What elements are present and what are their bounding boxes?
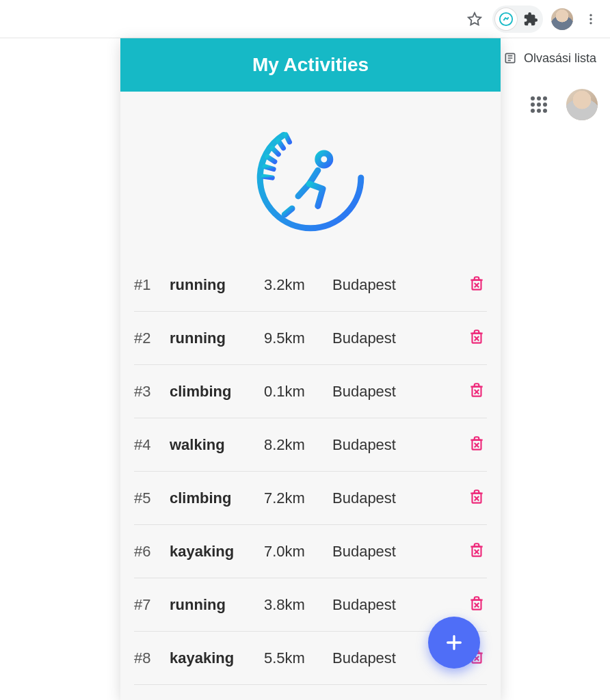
activity-location: Budapest	[332, 276, 460, 294]
activity-index: #5	[134, 489, 170, 507]
svg-line-9	[267, 157, 275, 161]
delete-activity-button[interactable]	[466, 381, 487, 402]
activity-row: #2 running 9.5km Budapest	[134, 312, 487, 365]
kebab-menu-icon[interactable]	[581, 10, 600, 29]
activity-location: Budapest	[332, 436, 460, 454]
activity-index: #3	[134, 383, 170, 401]
activity-name: running	[170, 329, 264, 347]
extension-pill	[492, 5, 543, 33]
profile-avatar-large[interactable]	[566, 89, 598, 120]
activity-name: kayaking	[170, 649, 264, 667]
activity-distance: 0.1km	[264, 383, 332, 401]
trash-icon	[468, 595, 486, 612]
activity-index: #1	[134, 276, 170, 294]
reading-list-button[interactable]: Olvasási lista	[490, 38, 610, 78]
activity-name: walking	[170, 436, 264, 454]
delete-activity-button[interactable]	[466, 541, 487, 562]
activity-distance: 9.5km	[264, 329, 332, 347]
activity-distance: 3.8km	[264, 596, 332, 614]
reading-list-icon	[503, 51, 517, 65]
bookmark-star-icon[interactable]	[465, 10, 484, 29]
active-extension-icon[interactable]	[495, 8, 517, 30]
activity-name: running	[170, 276, 264, 294]
extension-popup: My Activities	[120, 38, 501, 700]
activity-row: #6 kayaking 7.0km Budapest	[134, 525, 487, 578]
activity-name: kayaking	[170, 543, 264, 561]
activity-location: Budapest	[332, 543, 460, 561]
trash-icon	[468, 435, 486, 453]
activity-index: #7	[134, 596, 170, 614]
delete-activity-button[interactable]	[466, 275, 487, 295]
plus-icon	[443, 632, 465, 654]
activity-distance: 8.2km	[264, 436, 332, 454]
activity-row: #5 climbing 7.2km Budapest	[134, 472, 487, 525]
activity-location: Budapest	[332, 596, 460, 614]
activity-index: #8	[134, 649, 170, 667]
activity-row: #4 walking 8.2km Budapest	[134, 418, 487, 472]
trash-icon	[468, 381, 486, 399]
popup-header: My Activities	[120, 38, 501, 92]
activity-location: Budapest	[332, 329, 460, 347]
activity-location: Budapest	[332, 383, 460, 401]
svg-point-2	[589, 18, 592, 20]
delete-activity-button[interactable]	[466, 595, 487, 615]
delete-activity-button[interactable]	[466, 488, 487, 509]
google-apps-area	[531, 89, 598, 120]
trash-icon	[468, 328, 486, 346]
svg-line-10	[265, 167, 274, 170]
reading-list-label: Olvasási lista	[524, 51, 596, 66]
delete-activity-button[interactable]	[466, 328, 487, 349]
activity-name: climbing	[170, 383, 264, 401]
activity-index: #4	[134, 436, 170, 454]
activity-distance: 5.5km	[264, 649, 332, 667]
activity-row: #1 running 3.2km Budapest	[134, 258, 487, 312]
activity-distance: 7.2km	[264, 489, 332, 507]
trash-icon	[468, 488, 486, 506]
activity-distance: 3.2km	[264, 276, 332, 294]
delete-activity-button[interactable]	[466, 435, 487, 455]
svg-point-12	[318, 153, 330, 165]
activity-row: #3 climbing 0.1km Budapest	[134, 365, 487, 418]
add-activity-fab[interactable]	[428, 617, 480, 669]
svg-point-1	[589, 14, 592, 16]
activity-distance: 7.0km	[264, 543, 332, 561]
svg-line-11	[264, 176, 273, 178]
activity-index: #6	[134, 543, 170, 561]
svg-line-8	[272, 148, 278, 154]
popup-title: My Activities	[252, 54, 369, 76]
browser-toolbar	[0, 0, 610, 38]
activity-row: #7 running 3.8km Budapest	[134, 578, 487, 632]
activity-location: Budapest	[332, 489, 460, 507]
activity-name: climbing	[170, 489, 264, 507]
activity-index: #2	[134, 329, 170, 347]
svg-point-3	[589, 22, 592, 24]
logo-container	[120, 92, 501, 258]
svg-line-6	[286, 135, 289, 142]
activity-name: running	[170, 596, 264, 614]
profile-avatar-small[interactable]	[551, 8, 573, 30]
runner-logo-icon	[249, 116, 372, 239]
svg-point-0	[500, 12, 512, 25]
trash-icon	[468, 541, 486, 559]
svg-line-7	[278, 141, 283, 148]
extensions-puzzle-icon[interactable]	[521, 10, 540, 29]
apps-grid-icon[interactable]	[531, 96, 547, 113]
trash-icon	[468, 275, 486, 293]
